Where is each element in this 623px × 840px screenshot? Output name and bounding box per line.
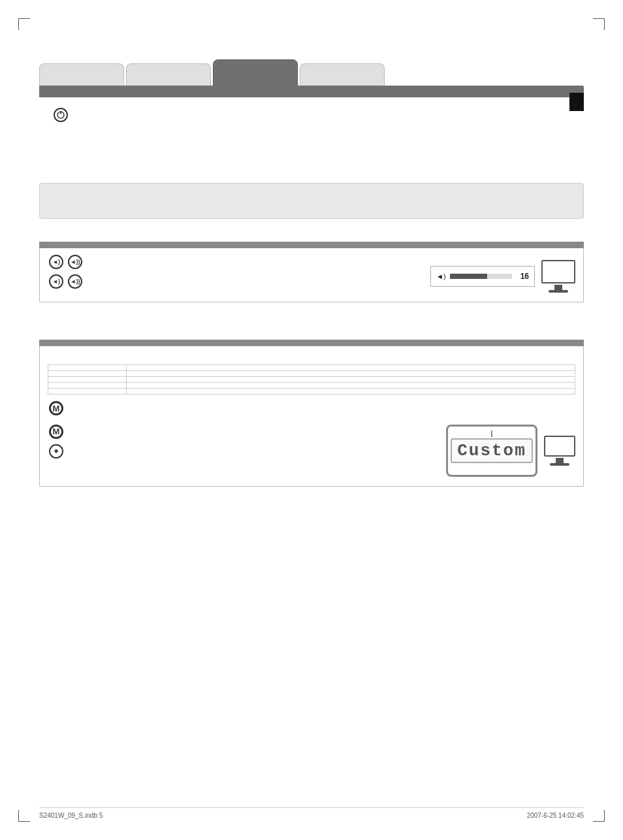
- table-cell-mode: [48, 371, 127, 377]
- table-row: [48, 377, 575, 383]
- menu-icon-2: M: [49, 425, 63, 439]
- monitor-screen: [541, 260, 575, 283]
- custom-text-col: M ●: [48, 425, 446, 459]
- custom-widget-wrap: Custom: [446, 425, 575, 477]
- monitor-stand: [554, 285, 562, 290]
- power-section: [52, 108, 69, 122]
- footer-left: S2401W_09_S.indb 5: [39, 812, 103, 819]
- corner-mark-tr: [593, 18, 605, 30]
- info-box-text: [40, 184, 583, 194]
- table-cell-mode: [48, 377, 127, 383]
- table-row: [48, 371, 575, 377]
- volume-bar-fill: [450, 274, 487, 279]
- custom-display-area: M ● Custom: [48, 425, 575, 477]
- select-icon: ●: [49, 444, 63, 459]
- table-row: [48, 383, 575, 389]
- volume-section: ◄) ◄)) ◄) ◄)) ◄) 16: [39, 242, 584, 302]
- monitor-base-2: [550, 463, 569, 466]
- tab-bar: [39, 86, 584, 97]
- volume-text: ◄) ◄)) ◄) ◄)): [48, 255, 430, 293]
- tab-navigation: [39, 56, 584, 89]
- menu-icon-1: M: [49, 401, 63, 415]
- volume-low-icon: ◄): [49, 255, 63, 269]
- table-cell-desc: [127, 389, 575, 395]
- colormode-body: M M ● Custom: [39, 346, 584, 487]
- volume-high-icon-2: ◄)): [68, 274, 82, 289]
- volume-widget-area: ◄) 16: [430, 260, 575, 293]
- table-cell-desc: [127, 377, 575, 383]
- table-cell-mode: [48, 365, 127, 371]
- black-bar: [569, 93, 584, 111]
- power-icon: [54, 108, 68, 122]
- corner-mark-tl: [18, 18, 30, 30]
- colormode-table: [48, 364, 575, 395]
- table-cell-mode: [48, 389, 127, 395]
- volume-low-icon-2: ◄): [49, 274, 63, 289]
- table-cell-desc: [127, 371, 575, 377]
- monitor-illustration-custom: [544, 436, 575, 466]
- info-box: [39, 183, 584, 219]
- colormode-header: [39, 340, 584, 346]
- custom-box: Custom: [446, 425, 537, 477]
- volume-body: ◄) ◄)) ◄) ◄)) ◄) 16: [39, 248, 584, 302]
- menu-icon-row-2: M: [48, 425, 433, 439]
- table-cell-mode: [48, 383, 127, 389]
- footer-right: 2007-6-25 14:02:45: [527, 812, 584, 819]
- volume-bar: [450, 274, 512, 279]
- colormode-description: [48, 353, 575, 358]
- colormode-section: M M ● Custom: [39, 340, 584, 487]
- corner-mark-bl: [18, 810, 30, 822]
- monitor-illustration-volume: [541, 260, 575, 293]
- volume-number: 16: [516, 272, 529, 281]
- corner-mark-br: [593, 810, 605, 822]
- volume-widget: ◄) 16: [430, 266, 535, 287]
- volume-high-icon: ◄)): [68, 255, 82, 269]
- monitor-stand-2: [556, 458, 564, 463]
- volume-section-header: [39, 242, 584, 248]
- custom-label: Custom: [451, 438, 533, 463]
- menu-icon-row-1: M: [48, 401, 575, 415]
- table-cell-desc: [127, 383, 575, 389]
- table-row: [48, 389, 575, 395]
- monitor-base: [549, 290, 568, 293]
- select-icon-row: ●: [48, 444, 433, 459]
- volume-speaker-icon: ◄): [436, 272, 446, 280]
- footer: S2401W_09_S.indb 5 2007-6-25 14:02:45: [39, 807, 584, 819]
- monitor-screen-2: [544, 436, 575, 457]
- volume-description: ◄) ◄)) ◄) ◄)): [48, 255, 417, 289]
- table-cell-desc: [127, 365, 575, 371]
- table-row: [48, 365, 575, 371]
